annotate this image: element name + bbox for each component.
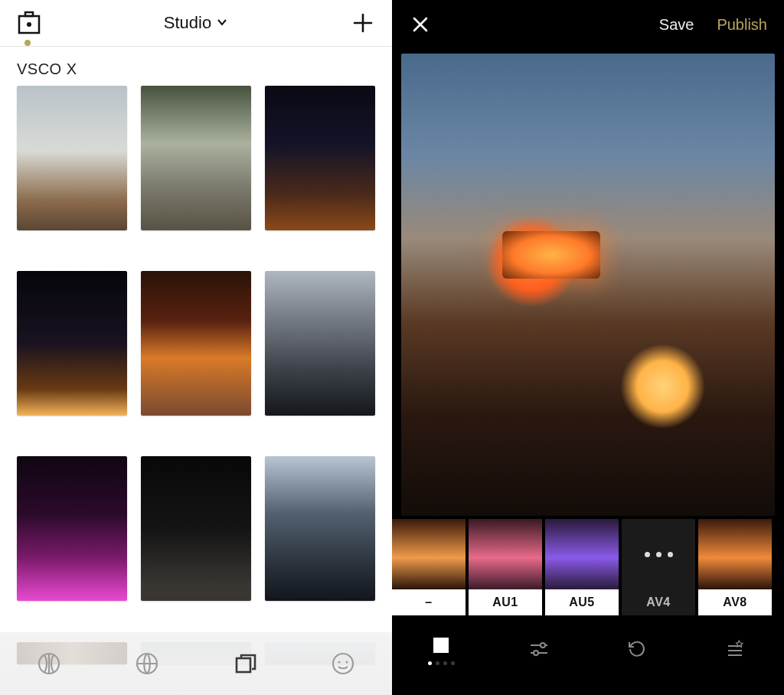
tab-discover[interactable]: [98, 651, 196, 677]
filter-swatch: [469, 519, 542, 589]
photo-thumbnail[interactable]: [141, 86, 251, 230]
svg-point-8: [346, 661, 348, 664]
photo-thumbnail[interactable]: [265, 456, 375, 601]
filter-swatch: [545, 519, 619, 589]
close-button[interactable]: [409, 13, 432, 36]
notification-dot-icon: [24, 40, 31, 46]
filter-label: AV4: [622, 589, 695, 615]
publish-button[interactable]: Publish: [717, 16, 767, 34]
page-dots: [428, 661, 455, 665]
tab-presets[interactable]: [392, 634, 490, 665]
filter-av8[interactable]: AV8: [698, 519, 772, 615]
tab-feed[interactable]: [0, 651, 98, 677]
chevron-down-icon: [216, 13, 228, 33]
neon-sign-icon: [502, 231, 600, 279]
filter-label: AV8: [698, 589, 772, 615]
more-icon: [622, 519, 695, 589]
photo-thumbnail[interactable]: [141, 271, 251, 416]
photo-thumbnail[interactable]: [17, 271, 127, 416]
save-button[interactable]: Save: [659, 16, 694, 34]
studio-pane: Studio VSCO X: [0, 0, 392, 695]
svg-point-6: [333, 654, 353, 674]
filter-au5[interactable]: AU5: [545, 519, 619, 615]
filter-none[interactable]: –: [392, 519, 466, 615]
editor-header: Save Publish: [392, 0, 784, 49]
filter-av4[interactable]: AV4: [622, 519, 695, 615]
tab-history[interactable]: [588, 638, 686, 661]
filter-label: AU5: [545, 589, 619, 615]
filter-strip[interactable]: – AU1 AU5 AV4 AV8: [392, 519, 784, 615]
editor-pane: Save Publish – AU1 AU5 AV4 AV8: [392, 0, 784, 695]
svg-point-7: [338, 661, 341, 664]
filter-au1[interactable]: AU1: [469, 519, 542, 615]
add-button[interactable]: [349, 9, 377, 37]
camera-icon[interactable]: [15, 9, 43, 37]
svg-rect-1: [25, 12, 33, 16]
filter-swatch: [392, 519, 466, 589]
photo-thumbnail[interactable]: [265, 271, 375, 416]
photo-thumbnail[interactable]: [141, 456, 251, 601]
filter-label: AU1: [469, 589, 542, 615]
tab-profile[interactable]: [294, 651, 392, 677]
editor-actions: Save Publish: [659, 16, 767, 34]
svg-rect-5: [237, 658, 250, 672]
photo-thumbnail[interactable]: [17, 86, 127, 230]
studio-title-label: Studio: [164, 13, 211, 33]
photo-thumbnail[interactable]: [265, 86, 375, 230]
tab-studio[interactable]: [196, 651, 294, 677]
svg-point-10: [541, 643, 545, 648]
editor-bottom-nav: [392, 615, 784, 678]
tab-recipes[interactable]: [686, 638, 784, 661]
studio-header: Studio: [0, 0, 392, 46]
studio-title-dropdown[interactable]: Studio: [164, 13, 228, 33]
photo-thumbnail[interactable]: [17, 456, 127, 601]
photo-preview[interactable]: [401, 54, 775, 516]
section-label: VSCO X: [0, 47, 392, 86]
filter-swatch: [698, 519, 772, 589]
svg-rect-9: [433, 638, 449, 653]
studio-bottom-nav: [0, 632, 392, 695]
photo-grid: [0, 86, 392, 695]
tab-adjust[interactable]: [490, 638, 588, 661]
svg-point-11: [534, 651, 538, 655]
filter-label: –: [392, 589, 466, 615]
svg-point-2: [27, 22, 31, 27]
